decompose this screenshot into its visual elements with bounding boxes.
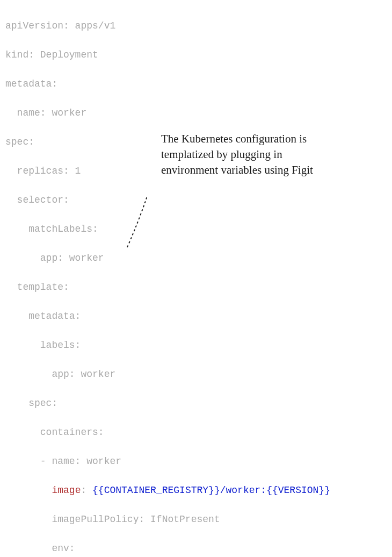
indent bbox=[5, 485, 52, 496]
template-close: }} bbox=[318, 485, 330, 496]
code-line: metadata: bbox=[5, 309, 387, 324]
template-close: }} bbox=[208, 485, 220, 496]
code-line: kind: Deployment bbox=[5, 48, 387, 62]
code-line: apiVersion: apps/v1 bbox=[5, 19, 387, 33]
image-path: /worker: bbox=[220, 485, 266, 496]
template-var-registry: CONTAINER_REGISTRY bbox=[104, 485, 208, 496]
code-line: app: worker bbox=[5, 251, 387, 266]
code-line: template: bbox=[5, 280, 387, 295]
annotation-text: The Kubernetes configuration is templati… bbox=[161, 131, 338, 178]
code-line: labels: bbox=[5, 338, 387, 353]
template-open: {{ bbox=[266, 485, 278, 496]
template-open: {{ bbox=[92, 485, 104, 496]
code-line: containers: bbox=[5, 425, 387, 440]
code-block: apiVersion: apps/v1 kind: Deployment met… bbox=[0, 0, 392, 557]
code-line-highlight: image: {{CONTAINER_REGISTRY}}/worker:{{V… bbox=[5, 483, 387, 498]
code-line: matchLabels: bbox=[5, 222, 387, 237]
yaml-key-image: image bbox=[52, 485, 81, 496]
colon: : bbox=[81, 485, 92, 496]
code-line: - name: worker bbox=[5, 454, 387, 469]
code-line: selector: bbox=[5, 193, 387, 208]
code-line: spec: bbox=[5, 396, 387, 411]
code-line: name: worker bbox=[5, 106, 387, 120]
code-line: app: worker bbox=[5, 367, 387, 382]
code-line: imagePullPolicy: IfNotPresent bbox=[5, 512, 387, 527]
template-var-version: VERSION bbox=[278, 485, 319, 496]
code-line: env: bbox=[5, 541, 387, 556]
code-line: metadata: bbox=[5, 77, 387, 91]
